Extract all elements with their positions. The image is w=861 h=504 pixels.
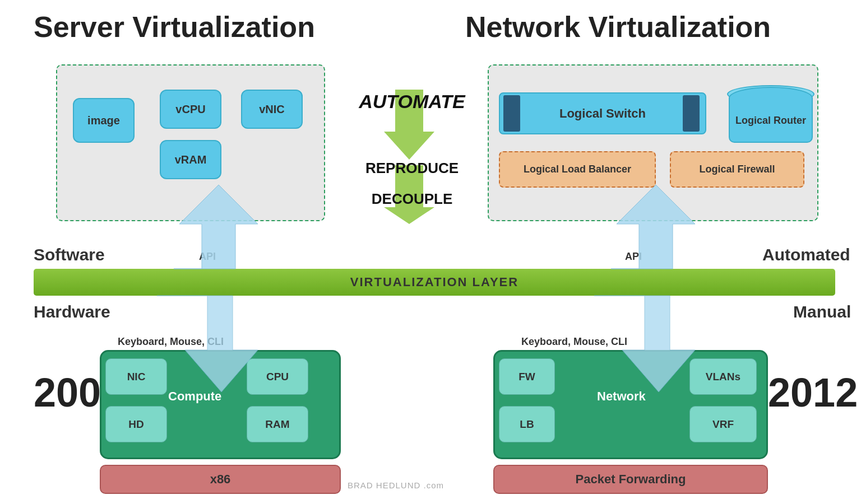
vm-vnic: vNIC xyxy=(241,90,303,129)
label-automated: Automated xyxy=(762,245,850,264)
api-right: API xyxy=(625,251,642,263)
comp-nic: NIC xyxy=(105,358,167,395)
logical-router: Logical Router xyxy=(729,87,813,143)
title-server: Server Virtualization xyxy=(34,10,315,44)
logical-lb: Logical Load Balancer xyxy=(499,151,656,188)
x86-box: x86 xyxy=(100,465,341,494)
title-network: Network Virtualization xyxy=(465,10,771,44)
vm-image: image xyxy=(73,98,135,143)
net-vrf: VRF xyxy=(689,406,757,442)
automate-text: AUTOMATE xyxy=(350,91,474,113)
comp-cpu: CPU xyxy=(247,358,308,395)
net-fw: FW xyxy=(499,358,555,395)
net-lb: LB xyxy=(499,406,555,442)
comp-hd: HD xyxy=(105,406,167,442)
label-software: Software xyxy=(34,245,105,264)
logical-switch: Logical Switch xyxy=(499,92,706,134)
main-container: Server Virtualization Network Virtualiza… xyxy=(0,0,861,504)
api-left: API xyxy=(199,251,216,263)
logical-switch-label: Logical Switch xyxy=(559,106,646,121)
vm-vcpu: vCPU xyxy=(160,90,221,129)
virt-layer: VIRTUALIZATION LAYER xyxy=(34,269,835,296)
ls-cap-left xyxy=(503,95,520,132)
label-hardware: Hardware xyxy=(34,302,110,321)
logical-fw: Logical Firewall xyxy=(670,151,804,188)
kmc-left: Keyboard, Mouse, CLI xyxy=(118,336,224,348)
decouple-text: DECOUPLE xyxy=(350,190,474,208)
label-manual: Manual xyxy=(793,302,851,321)
watermark: BRAD HEDLUND .com xyxy=(348,480,444,490)
compute-label: Compute xyxy=(168,389,221,404)
ls-cap-right xyxy=(683,95,700,132)
reproduce-text: REPRODUCE xyxy=(350,160,474,177)
net-vlans: VLANs xyxy=(689,358,757,395)
vm-vram: vRAM xyxy=(160,140,221,179)
pf-box: Packet Forwarding xyxy=(493,465,768,494)
kmc-right: Keyboard, Mouse, CLI xyxy=(521,336,627,348)
network-label: Network xyxy=(597,389,646,404)
comp-ram: RAM xyxy=(247,406,308,442)
logical-router-label: Logical Router xyxy=(735,115,806,127)
year-2012: 2012 xyxy=(768,370,858,416)
